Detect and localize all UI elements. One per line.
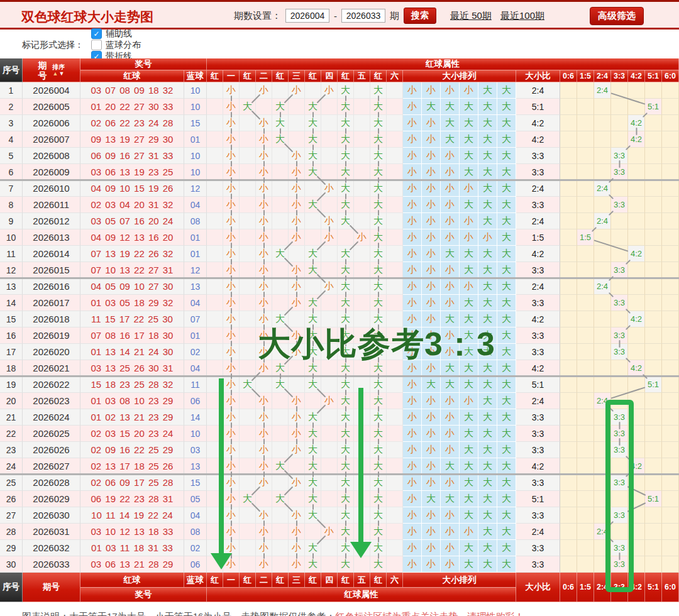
trend-cell: 大 <box>272 491 289 507</box>
arrange-cell: 大 <box>460 507 478 524</box>
period-cell: 2026004 <box>23 82 80 99</box>
ratio-trend-cell <box>662 458 679 475</box>
trend-cell: 小 <box>289 393 305 409</box>
ratio-trend-cell <box>645 180 662 197</box>
arrange-cell: 小 <box>403 115 422 131</box>
ratio-trend-cell <box>628 164 645 180</box>
blue-ball-cell: 12 <box>184 180 207 197</box>
ratio-trend-cell <box>594 442 611 458</box>
arrange-cell: 小 <box>441 213 460 229</box>
trend-cell: 大 <box>338 393 354 409</box>
arrange-cell: 大 <box>497 426 516 442</box>
arrange-cell: 小 <box>422 409 441 426</box>
trend-cell <box>305 82 321 99</box>
footer-ball-col: 红 <box>272 573 289 588</box>
ratio-trend-cell <box>594 458 611 475</box>
trend-cell: 小 <box>289 475 305 491</box>
arrange-cell: 大 <box>441 458 460 475</box>
ratio-trend-cell <box>594 115 611 131</box>
ratio-trend-cell <box>645 213 662 229</box>
trend-cell: 小 <box>289 278 305 295</box>
arrange-cell: 大 <box>478 148 497 164</box>
ratio-trend-cell <box>594 197 611 213</box>
ratio-trend-cell <box>628 491 645 507</box>
seq-cell: 3 <box>0 115 23 131</box>
trend-cell <box>240 442 256 458</box>
ratio-trend-cell <box>628 82 645 99</box>
trend-cell: 大 <box>305 540 321 556</box>
trend-cell: 小 <box>256 540 272 556</box>
trend-cell: 大 <box>305 556 321 573</box>
ratio-trend-cell <box>662 491 679 507</box>
ratio-trend-cell <box>560 556 577 573</box>
trend-cell <box>207 458 223 475</box>
ratio-trend-cell <box>560 344 577 360</box>
trend-cell <box>207 246 223 262</box>
trend-cell <box>289 131 305 148</box>
arrange-cell: 小 <box>422 393 441 409</box>
arrange-cell: 小 <box>422 344 441 360</box>
ratio-trend-cell <box>662 507 679 524</box>
arrange-cell: 大 <box>460 377 478 393</box>
arrange-cell: 大 <box>478 507 497 524</box>
ratio-trend-cell: 2:4 <box>594 393 611 409</box>
trend-cell <box>240 115 256 131</box>
arrange-cell: 小 <box>422 180 441 197</box>
ratio-trend-cell <box>611 115 628 131</box>
footer-seq: 序号 <box>0 573 23 602</box>
seq-cell: 9 <box>0 213 23 229</box>
trend-cell: 大 <box>305 197 321 213</box>
arrange-cell: 大 <box>478 409 497 426</box>
ratio-value-cell: 4:2 <box>516 131 560 148</box>
ratio-trend-cell <box>594 131 611 148</box>
footer-period: 期号 <box>23 573 80 602</box>
trend-cell: 大 <box>338 507 354 524</box>
ratio-trend-cell <box>662 556 679 573</box>
sort-asc-icon[interactable]: ▲ <box>53 70 59 77</box>
arrange-cell: 大 <box>497 99 516 115</box>
ratio-trend-cell: 4:2 <box>628 115 645 131</box>
arrange-cell: 小 <box>422 327 441 344</box>
arrange-cell: 小 <box>422 295 441 311</box>
sort-desc-icon[interactable]: ▼ <box>59 70 65 77</box>
trend-cell <box>240 262 256 278</box>
trend-cell <box>354 360 370 377</box>
ratio-trend-cell <box>577 360 594 377</box>
trend-cell: 大 <box>305 99 321 115</box>
seq-cell: 12 <box>0 262 23 278</box>
trend-cell: 大 <box>240 491 256 507</box>
trend-cell: 小 <box>256 426 272 442</box>
trend-cell: 大 <box>338 311 354 327</box>
ratio-trend-cell <box>594 540 611 556</box>
arrange-cell: 大 <box>478 180 497 197</box>
trend-cell <box>387 540 403 556</box>
ratio-value-cell: 2:4 <box>516 213 560 229</box>
trend-cell <box>207 99 223 115</box>
ratio-trend-cell: 3:3 <box>611 540 628 556</box>
trend-cell <box>305 180 321 197</box>
trend-cell: 小 <box>321 278 338 295</box>
ratio-trend-cell: 3:3 <box>611 344 628 360</box>
blue-ball-cell: 04 <box>184 197 207 213</box>
ratio-trend-cell <box>645 442 662 458</box>
trend-cell: 小 <box>223 180 240 197</box>
ratio-trend-cell <box>577 115 594 131</box>
arrange-cell: 大 <box>460 148 478 164</box>
trend-cell <box>321 148 338 164</box>
trend-cell <box>321 327 338 344</box>
ratio-trend-cell <box>662 442 679 458</box>
trend-cell <box>272 556 289 573</box>
ratio-trend-cell <box>645 246 662 262</box>
ratio-trend-cell <box>577 197 594 213</box>
footer-ball-col: 红 <box>240 573 256 588</box>
ratio-trend-cell <box>628 393 645 409</box>
trend-cell <box>354 148 370 164</box>
trend-cell: 小 <box>289 229 305 246</box>
ratio-trend-cell <box>560 377 577 393</box>
trend-cell <box>321 197 338 213</box>
trend-cell: 小 <box>289 409 305 426</box>
ratio-trend-cell <box>577 213 594 229</box>
period-cell: 2026020 <box>23 344 80 360</box>
trend-cell: 大 <box>305 491 321 507</box>
arrange-cell: 大 <box>460 164 478 180</box>
